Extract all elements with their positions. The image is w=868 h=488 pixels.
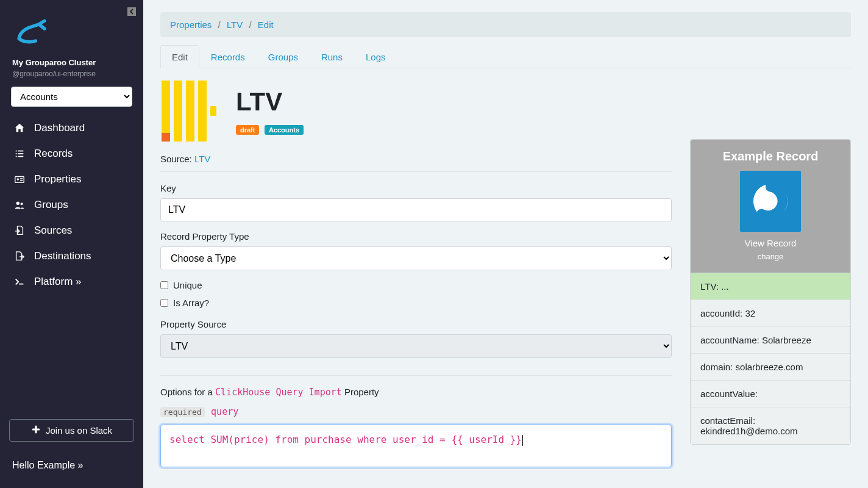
svg-rect-9 — [20, 178, 23, 179]
view-record-link[interactable]: View Record — [697, 238, 844, 248]
terminal-icon — [13, 276, 26, 287]
svg-rect-7 — [15, 177, 24, 183]
property-value: ekindred1h@demo.com — [700, 426, 797, 436]
logo[interactable] — [0, 7, 143, 54]
property-row: domain: solarbreeze.com — [691, 353, 850, 380]
unique-label: Unique — [173, 280, 202, 290]
nav-destinations[interactable]: Destinations — [0, 243, 143, 269]
page-title: LTV — [236, 87, 306, 117]
cluster-name: My Grouparoo Cluster — [0, 58, 143, 67]
change-link[interactable]: change — [758, 252, 784, 261]
breadcrumb: Properties / LTV / Edit — [160, 12, 851, 37]
propsource-label: Property Source — [160, 319, 672, 329]
nav-platform[interactable]: Platform » — [0, 269, 143, 295]
hello-user-link[interactable]: Hello Example » — [0, 454, 143, 481]
svg-point-11 — [16, 202, 20, 205]
svg-rect-0 — [127, 7, 136, 16]
nav-dashboard[interactable]: Dashboard — [0, 115, 143, 141]
status-badge-draft: draft — [236, 125, 259, 135]
isarray-checkbox[interactable] — [160, 299, 168, 307]
property-row: accountId: 32 — [691, 300, 850, 326]
svg-rect-10 — [20, 180, 23, 181]
sidebar: My Grouparoo Cluster @grouparoo/ui-enter… — [0, 0, 143, 488]
svg-rect-4 — [18, 153, 23, 154]
type-label: Record Property Type — [160, 231, 672, 242]
nav-label: Records — [34, 148, 73, 160]
nav-groups[interactable]: Groups — [0, 192, 143, 218]
tabs: Edit Records Groups Runs Logs — [160, 45, 851, 68]
property-value: 32 — [745, 308, 755, 318]
nav-label: Dashboard — [34, 122, 85, 134]
model-select[interactable]: Accounts — [11, 87, 132, 107]
key-input[interactable] — [160, 198, 672, 221]
svg-rect-6 — [18, 156, 23, 157]
property-key: accountName — [700, 335, 757, 345]
tab-logs[interactable]: Logs — [354, 45, 397, 68]
slack-label: Join us on Slack — [46, 425, 112, 436]
property-row: LTV: ... — [691, 273, 850, 300]
property-value: ... — [721, 281, 729, 292]
svg-rect-13 — [19, 284, 23, 285]
nav-properties[interactable]: Properties — [0, 167, 143, 192]
nav-label: Properties — [34, 173, 81, 185]
svg-rect-2 — [18, 151, 23, 152]
breadcrumb-properties[interactable]: Properties — [170, 20, 212, 30]
property-value: Solarbreeze — [762, 335, 811, 345]
nav-records[interactable]: Records — [0, 141, 143, 167]
cluster-subtitle: @grouparoo/ui-enterprise — [0, 70, 143, 78]
query-label: query — [211, 406, 238, 417]
property-value: solarbreeze.com — [736, 362, 803, 372]
svg-rect-5 — [16, 156, 17, 157]
nav-label: Platform » — [34, 276, 81, 288]
tab-runs[interactable]: Runs — [310, 45, 354, 68]
file-export-icon — [13, 251, 26, 262]
status-badge-model: Accounts — [265, 125, 304, 135]
list-icon — [13, 148, 26, 159]
required-badge: required — [160, 407, 205, 417]
property-key: accountValue — [700, 389, 755, 399]
svg-rect-1 — [16, 151, 17, 152]
property-key: LTV — [700, 281, 716, 292]
svg-rect-3 — [16, 153, 17, 154]
source-line: Source: LTV — [160, 154, 672, 164]
property-key: domain — [700, 362, 730, 372]
cursor-icon — [522, 435, 523, 446]
svg-rect-17 — [36, 428, 40, 430]
query-label-row: required query — [160, 406, 672, 417]
id-card-icon — [13, 174, 26, 185]
home-icon — [13, 123, 26, 134]
avatar — [740, 171, 801, 232]
nav-label: Destinations — [34, 250, 91, 262]
svg-point-12 — [21, 203, 23, 205]
tab-records[interactable]: Records — [199, 45, 257, 68]
property-row: contactEmail: ekindred1h@demo.com — [691, 407, 850, 444]
users-icon — [13, 199, 26, 210]
model-select-wrapper: Accounts — [11, 87, 132, 107]
key-label: Key — [160, 183, 672, 193]
tab-edit[interactable]: Edit — [160, 45, 199, 68]
property-type-icon — [160, 81, 221, 142]
tab-groups[interactable]: Groups — [257, 45, 310, 68]
main-content: Properties / LTV / Edit Edit Records Gro… — [143, 0, 868, 488]
source-link[interactable]: LTV — [194, 154, 210, 164]
options-label: Options for a ClickHouse Query Import Pr… — [160, 387, 672, 398]
unique-checkbox[interactable] — [160, 281, 168, 289]
example-record-card: Example Record View Record change LTV: .… — [690, 139, 851, 445]
property-key: contactEmail — [700, 415, 753, 426]
property-key: accountId — [700, 308, 740, 318]
sidebar-collapse-icon[interactable] — [127, 7, 136, 18]
query-editor[interactable]: select SUM(price) from purchase where us… — [160, 425, 672, 467]
nav-label: Groups — [34, 199, 68, 211]
example-record-title: Example Record — [697, 149, 844, 163]
nav-label: Sources — [34, 224, 72, 237]
breadcrumb-ltv[interactable]: LTV — [227, 20, 243, 30]
svg-point-8 — [17, 178, 20, 181]
nav-sources[interactable]: Sources — [0, 218, 143, 243]
property-row: accountName: Solarbreeze — [691, 326, 850, 353]
slack-button[interactable]: Join us on Slack — [9, 419, 134, 442]
type-select[interactable]: Choose a Type — [160, 246, 672, 270]
propsource-select[interactable]: LTV — [160, 334, 672, 358]
isarray-label: Is Array? — [173, 298, 209, 308]
breadcrumb-edit[interactable]: Edit — [258, 20, 274, 30]
file-import-icon — [13, 225, 26, 236]
